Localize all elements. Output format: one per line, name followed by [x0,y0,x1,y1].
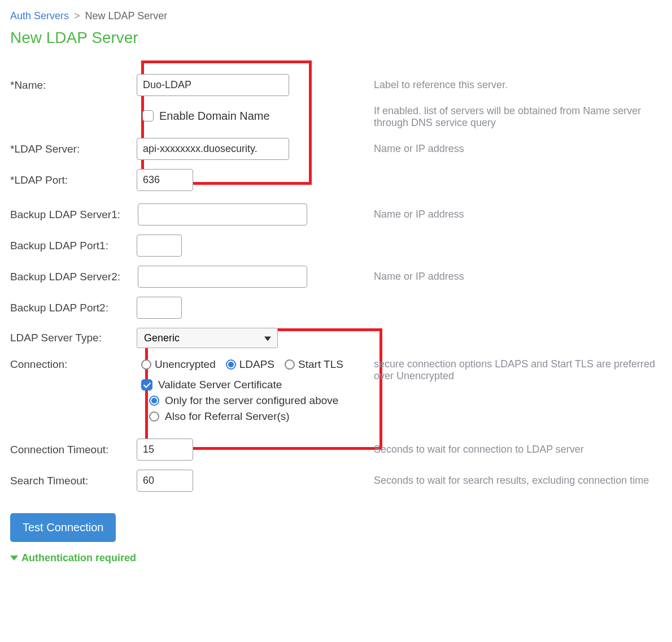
conn-timeout-input[interactable] [137,439,193,461]
name-input[interactable] [137,74,289,96]
backup-server2-input[interactable] [138,266,307,288]
search-timeout-input[interactable] [137,470,193,492]
conn-timeout-label: Connection Timeout: [10,434,137,465]
ldap-server-label: *LDAP Server: [10,133,137,164]
page-title: New LDAP Server [10,29,662,47]
auth-required-toggle[interactable]: Authentication required [10,552,662,564]
breadcrumb-separator: > [74,10,80,21]
scope-also-radio[interactable] [149,411,159,422]
ldap-port-label: *LDAP Port: [10,164,137,196]
backup-port2-label: Backup LDAP Port2: [10,292,137,323]
validate-cert-label: Validate Server Certificate [158,379,282,391]
server-type-select[interactable]: Generic [137,328,278,348]
backup-port1-input[interactable] [137,235,182,257]
enable-domain-label: Enable Domain Name [159,110,270,123]
enable-domain-help: If enabled. list of servers will be obta… [374,101,662,133]
connection-ldaps-radio[interactable] [226,359,236,370]
validate-cert-checkbox[interactable] [141,379,152,391]
auth-required-label: Authentication required [21,552,136,564]
backup-port1-label: Backup LDAP Port1: [10,230,137,261]
scope-only-label: Only for the server configured above [165,394,338,407]
scope-also-label: Also for Referral Server(s) [165,410,290,423]
ldap-server-help: Name or IP address [374,133,662,164]
backup-server1-help: Name or IP address [374,199,662,230]
connection-ldaps-label: LDAPS [239,358,274,371]
connection-unencrypted-radio[interactable] [141,359,151,370]
name-help: Label to reference this server. [374,70,662,101]
name-label: *Name: [10,70,137,101]
connection-starttls-radio[interactable] [285,359,295,370]
chevron-down-icon [10,556,18,561]
backup-server1-input[interactable] [138,203,307,225]
search-timeout-label: Search Timeout: [10,465,137,496]
connection-label: Connection: [10,353,137,434]
connection-starttls-label: Start TLS [298,358,343,371]
backup-server1-label: Backup LDAP Server1: [10,199,137,230]
enable-domain-checkbox[interactable] [142,110,154,122]
connection-help: secure connection options LDAPS and Star… [374,353,662,434]
breadcrumb-current: New LDAP Server [85,10,168,21]
backup-server2-label: Backup LDAP Server2: [10,261,137,292]
ldap-port-input[interactable] [137,169,193,191]
backup-server2-help: Name or IP address [374,261,662,292]
breadcrumb-parent-link[interactable]: Auth Servers [10,10,69,21]
search-timeout-help: Seconds to wait for search results, excl… [374,465,662,496]
conn-timeout-help: Seconds to wait for connection to LDAP s… [374,434,662,465]
connection-unencrypted-label: Unencrypted [155,358,216,371]
test-connection-button[interactable]: Test Connection [10,513,116,542]
server-type-label: LDAP Server Type: [10,323,137,353]
backup-port2-input[interactable] [137,297,182,319]
scope-only-radio[interactable] [149,396,159,406]
ldap-server-input[interactable] [137,138,289,160]
breadcrumb: Auth Servers > New LDAP Server [10,10,662,22]
